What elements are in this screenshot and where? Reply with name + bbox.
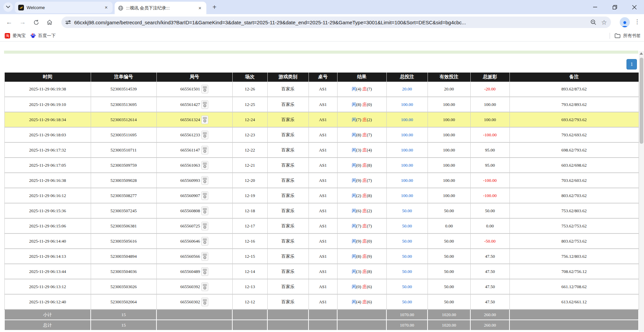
cell-remark: 793.62/693.62 bbox=[509, 127, 639, 142]
cell-round-number: 665560566 bbox=[156, 249, 232, 264]
cell-round-number: 665560489 bbox=[156, 264, 232, 279]
cell-total-bet[interactable]: 50.00 bbox=[386, 294, 428, 309]
bookmark-baidu[interactable]: 百度一下 bbox=[30, 33, 56, 39]
url-bar[interactable]: 66cxkj98.com/game/betrecord_search/kind3… bbox=[61, 17, 611, 28]
cell-valid-bet: 0.00 bbox=[428, 218, 470, 233]
back-button[interactable]: ← bbox=[3, 17, 15, 28]
restore-icon bbox=[613, 5, 617, 9]
cell-total-bet[interactable]: 100.00 bbox=[386, 158, 428, 173]
table-row: 2025-11-29 06:18:34 523003512614 6655613… bbox=[4, 112, 639, 127]
cell-bet-number: 523003507245 bbox=[91, 203, 156, 218]
video-replay-icon[interactable] bbox=[201, 161, 208, 170]
cell-total-bet[interactable]: 50.00 bbox=[386, 233, 428, 249]
zoom-out-icon[interactable] bbox=[590, 19, 596, 25]
scrollbar-up-icon[interactable] bbox=[640, 52, 643, 55]
cell-total-payout: 95.00 bbox=[470, 142, 509, 158]
cell-result: 闲(2) 庄(8) bbox=[337, 188, 386, 203]
tab-welcome[interactable]: Welcome × bbox=[15, 2, 113, 13]
close-window-button[interactable] bbox=[624, 0, 644, 14]
site-settings-icon[interactable] bbox=[65, 20, 71, 25]
cell-total-bet[interactable]: 50.00 bbox=[386, 249, 428, 264]
pagination-page-1-button[interactable]: 1 bbox=[626, 59, 637, 70]
minimize-button[interactable] bbox=[585, 0, 605, 14]
cell-game-type: 百家乐 bbox=[267, 173, 309, 188]
cell-total-bet[interactable]: 100.00 bbox=[386, 173, 428, 188]
cell-total-bet[interactable]: 100.00 bbox=[386, 142, 428, 158]
cell-session: 12-18 bbox=[232, 203, 267, 218]
cell-game-type: 百家乐 bbox=[267, 264, 309, 279]
cell-total-bet[interactable]: 50.00 bbox=[386, 264, 428, 279]
scrollbar-thumb[interactable] bbox=[640, 58, 643, 144]
cell-total-payout: 47.50 bbox=[470, 264, 509, 279]
video-replay-icon[interactable] bbox=[201, 252, 208, 261]
tab-search-button[interactable] bbox=[3, 2, 13, 12]
cell-result: 闲(9) 庄(0) bbox=[337, 233, 386, 249]
cell-total-bet[interactable]: 50.00 bbox=[386, 203, 428, 218]
column-header: 注单编号 bbox=[91, 73, 156, 82]
video-replay-icon[interactable] bbox=[201, 222, 208, 230]
cell-result: 闲(7) 庄(2) bbox=[337, 112, 386, 127]
tab-close-icon[interactable]: × bbox=[197, 5, 203, 11]
bookmark-aitaobao[interactable]: 淘 爱淘宝 bbox=[5, 33, 26, 39]
browser-toolbar: ← → 66cxkj98.com/game/betrecord_search/k… bbox=[0, 14, 644, 30]
video-replay-icon[interactable] bbox=[201, 282, 208, 291]
browser-menu-icon[interactable]: ⋮ bbox=[634, 18, 640, 25]
cell-total-bet[interactable]: 20.00 bbox=[386, 82, 428, 97]
cell-remark: 803.62/703.62 bbox=[509, 188, 639, 203]
refresh-button[interactable] bbox=[30, 17, 42, 28]
cell-remark: 698.62/793.62 bbox=[509, 142, 639, 158]
cell-total-bet[interactable]: 100.00 bbox=[386, 127, 428, 142]
cell-table-number: AS1 bbox=[309, 173, 337, 188]
video-replay-icon[interactable] bbox=[201, 298, 208, 306]
cell-bet-number: 523003511695 bbox=[91, 127, 156, 142]
cell-time: 2025-11-29 06:13:44 bbox=[4, 264, 91, 279]
page-scrollbar[interactable] bbox=[639, 51, 644, 332]
tab-title: :::视讯 会员下注纪录::: bbox=[126, 5, 194, 11]
tab-bet-records[interactable]: :::视讯 会员下注纪录::: × bbox=[115, 2, 206, 14]
cell-session: 12-20 bbox=[232, 173, 267, 188]
cell-total-bet[interactable]: 50.00 bbox=[386, 279, 428, 294]
cell-table-number: AS1 bbox=[309, 264, 337, 279]
video-replay-icon[interactable] bbox=[201, 131, 208, 139]
cell-time: 2025-11-29 06:16:12 bbox=[4, 188, 91, 203]
video-replay-icon[interactable] bbox=[201, 191, 208, 200]
cell-bet-number: 523003514539 bbox=[91, 82, 156, 97]
cell-table-number: AS1 bbox=[309, 294, 337, 309]
cell-bet-number: 523003510711 bbox=[91, 142, 156, 158]
cell-time: 2025-11-29 06:15:06 bbox=[4, 218, 91, 233]
video-replay-icon[interactable] bbox=[201, 267, 208, 276]
bookmark-star-icon[interactable]: ☆ bbox=[601, 19, 607, 26]
video-replay-icon[interactable] bbox=[201, 115, 208, 124]
cell-table-number: AS1 bbox=[309, 158, 337, 173]
video-replay-icon[interactable] bbox=[201, 176, 208, 185]
video-replay-icon[interactable] bbox=[201, 206, 208, 215]
cell-session: 12-14 bbox=[232, 264, 267, 279]
video-replay-icon[interactable] bbox=[201, 237, 208, 246]
cell-total-bet[interactable]: 100.00 bbox=[386, 97, 428, 112]
video-replay-icon[interactable] bbox=[201, 85, 208, 93]
table-row: 2025-11-29 06:15:36 523003507245 6655608… bbox=[4, 203, 639, 218]
cell-time: 2025-11-29 06:15:36 bbox=[4, 203, 91, 218]
cell-time: 2025-11-29 06:14:13 bbox=[4, 249, 91, 264]
cell-session: 12-24 bbox=[232, 112, 267, 127]
forward-button[interactable]: → bbox=[17, 17, 28, 28]
all-bookmarks[interactable]: 所有书签 bbox=[610, 33, 641, 39]
new-tab-button[interactable]: + bbox=[210, 3, 218, 11]
video-replay-icon[interactable] bbox=[201, 100, 208, 109]
cell-total-bet[interactable]: 100.00 bbox=[386, 188, 428, 203]
cell-total-payout: 47.50 bbox=[470, 279, 509, 294]
profile-avatar[interactable] bbox=[620, 17, 630, 27]
cell-round-number: 665561233 bbox=[156, 127, 232, 142]
home-button[interactable] bbox=[44, 17, 55, 28]
cell-time: 2025-11-29 06:17:32 bbox=[4, 142, 91, 158]
url-text[interactable]: 66cxkj98.com/game/betrecord_search/kind3… bbox=[74, 20, 588, 25]
video-replay-icon[interactable] bbox=[201, 146, 208, 155]
restore-button[interactable] bbox=[605, 0, 624, 14]
table-footer-row: 小计 15 1070.00 1020.00 260.00 bbox=[4, 309, 639, 320]
cell-total-bet[interactable]: 100.00 bbox=[386, 112, 428, 127]
tab-close-icon[interactable]: × bbox=[103, 4, 109, 10]
table-row: 2025-11-29 06:12:40 523003502064 6655603… bbox=[4, 294, 639, 309]
cell-round-number: 665561324 bbox=[156, 112, 232, 127]
cell-total-bet[interactable]: 50.00 bbox=[386, 218, 428, 233]
footer-payout: 260.00 bbox=[470, 320, 509, 330]
